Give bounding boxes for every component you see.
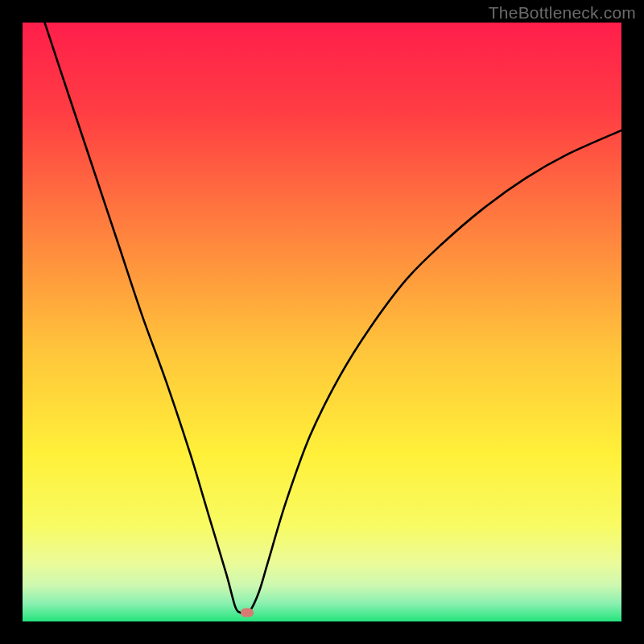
background-gradient	[23, 23, 621, 621]
watermark-text: TheBottleneck.com	[489, 3, 636, 23]
optimal-point-marker	[241, 608, 254, 617]
chart-area	[23, 23, 621, 621]
svg-rect-0	[23, 23, 621, 621]
